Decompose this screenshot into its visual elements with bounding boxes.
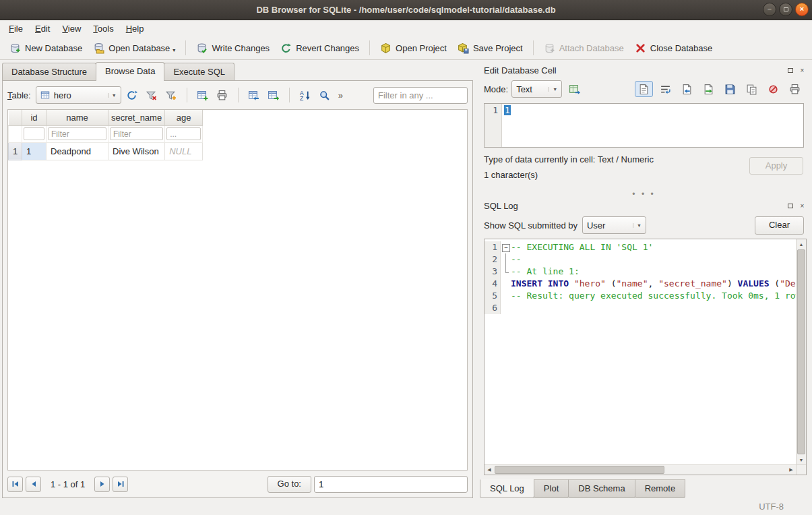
close-button[interactable]: ×: [795, 3, 809, 16]
goto-button[interactable]: Go to:: [268, 476, 311, 493]
dock-tab-db-schema[interactable]: DB Schema: [568, 479, 635, 498]
clear-log-button[interactable]: Clear: [755, 216, 804, 235]
grid-header-row: id name secret_name age: [9, 110, 203, 125]
tab-execute-sql[interactable]: Execute SQL: [164, 63, 235, 80]
row-header[interactable]: 1: [9, 142, 22, 160]
goto-input[interactable]: [314, 476, 468, 493]
new-record-button[interactable]: [194, 87, 212, 103]
refresh-button[interactable]: [123, 87, 141, 103]
fold-guide: [501, 266, 511, 278]
vertical-splitter[interactable]: [473, 62, 478, 498]
text-mode-button[interactable]: [635, 81, 653, 97]
float-dock-icon[interactable]: [786, 66, 794, 75]
import-file-icon: [681, 84, 693, 95]
new-database-button[interactable]: New Database: [4, 39, 88, 57]
menu-edit[interactable]: Edit: [29, 22, 56, 36]
tab-browse-data[interactable]: Browse Data: [96, 62, 164, 81]
open-database-button[interactable]: Open Database ▾: [88, 39, 181, 57]
fold-marker-icon[interactable]: [501, 241, 511, 253]
clear-filters-button[interactable]: [143, 87, 160, 103]
table-selector[interactable]: hero ▼: [36, 86, 121, 104]
dock-tab-remote[interactable]: Remote: [635, 479, 686, 498]
horizontal-scrollbar[interactable]: ◀ ▶: [485, 464, 796, 475]
close-dock-icon[interactable]: ×: [798, 66, 807, 75]
print-cell-button[interactable]: [786, 81, 804, 97]
save-filter-button[interactable]: [162, 87, 180, 103]
fold-guide: [501, 253, 511, 266]
log-line-number: 5: [485, 290, 501, 302]
word-wrap-icon: [660, 84, 671, 95]
last-record-button[interactable]: [113, 477, 128, 492]
next-record-button[interactable]: [94, 477, 110, 492]
close-dock-icon[interactable]: ×: [798, 202, 807, 210]
save-as-button[interactable]: [721, 81, 739, 97]
sql-source-selector[interactable]: User ▼: [582, 216, 646, 234]
import-file-button[interactable]: [678, 81, 696, 97]
filter-input-name[interactable]: [48, 127, 106, 140]
scrollbar-thumb[interactable]: [797, 249, 805, 454]
cell-age[interactable]: NULL: [165, 142, 203, 160]
column-header-secret-name[interactable]: secret_name: [108, 110, 165, 125]
menu-view[interactable]: View: [56, 22, 87, 36]
column-header-id[interactable]: id: [22, 110, 46, 125]
filter-any-input[interactable]: [373, 87, 468, 104]
copy-button[interactable]: [743, 81, 761, 97]
filter-input-age[interactable]: [166, 127, 201, 140]
record-navigation: 1 - 1 of 1 Go to:: [7, 475, 468, 493]
log-line-number: 3: [485, 266, 501, 278]
dock-tab-sql-log[interactable]: SQL Log: [480, 479, 534, 498]
column-header-name[interactable]: name: [46, 110, 108, 125]
cell-id[interactable]: 1: [22, 142, 46, 160]
column-header-age[interactable]: age: [165, 110, 203, 125]
scroll-up-icon[interactable]: ▲: [797, 239, 806, 249]
scroll-left-icon[interactable]: ◀: [485, 465, 494, 475]
print-records-button[interactable]: [214, 87, 231, 103]
menu-tools[interactable]: Tools: [87, 22, 119, 36]
revert-changes-button[interactable]: Revert Changes: [275, 39, 365, 57]
toolbar-overflow-chevron[interactable]: »: [336, 90, 346, 100]
maximize-button[interactable]: [779, 3, 792, 16]
find-in-table-button[interactable]: [316, 87, 334, 103]
filter-input-id[interactable]: [24, 127, 44, 140]
cell-secret-name[interactable]: Dive Wilson: [108, 142, 165, 160]
open-project-button[interactable]: Open Project: [375, 39, 452, 57]
previous-record-button[interactable]: [26, 477, 41, 492]
open-preview-button[interactable]: [565, 81, 584, 97]
cell-editor[interactable]: 1 1: [484, 103, 804, 148]
browse-toolbar-separator: [289, 88, 290, 102]
close-database-button[interactable]: Close Database: [629, 39, 718, 57]
mode-selector[interactable]: Text ▼: [511, 80, 562, 98]
write-changes-button[interactable]: Write Changes: [191, 39, 275, 57]
grid-corner-cell[interactable]: [9, 110, 22, 125]
menu-file[interactable]: File: [3, 22, 29, 36]
cell-editor-text[interactable]: 1: [504, 105, 511, 115]
log-line-text: -- Result: query executed successfully. …: [511, 290, 796, 302]
titlebar[interactable]: DB Browser for SQLite - /home/user/code/…: [0, 0, 812, 20]
cell-name[interactable]: Deadpond: [46, 142, 108, 160]
import-table-button[interactable]: [245, 87, 263, 103]
sort-records-button[interactable]: AZ: [296, 87, 314, 103]
menu-help[interactable]: Help: [120, 22, 150, 36]
word-wrap-button[interactable]: [656, 81, 675, 97]
tab-database-structure[interactable]: Database Structure: [2, 63, 96, 80]
vertical-scrollbar[interactable]: ▲ ▼: [796, 239, 806, 464]
scroll-down-icon[interactable]: ▼: [797, 455, 806, 464]
save-project-button[interactable]: Save Project: [452, 39, 528, 57]
open-database-dropdown-icon[interactable]: ▾: [173, 47, 175, 53]
text-mode-icon: [638, 84, 650, 95]
filter-input-secret-name[interactable]: [110, 127, 163, 140]
export-table-button[interactable]: [265, 87, 282, 103]
minimize-button[interactable]: −: [763, 3, 776, 16]
filter-corner-cell: [9, 125, 22, 142]
float-dock-icon[interactable]: [786, 202, 794, 210]
horizontal-splitter[interactable]: • • •: [478, 191, 809, 198]
scrollbar-thumb[interactable]: [495, 466, 664, 474]
export-file-button[interactable]: [699, 81, 718, 97]
statusbar: UTF-8: [0, 498, 812, 515]
set-null-button[interactable]: [764, 81, 782, 97]
dock-tab-plot[interactable]: Plot: [534, 479, 569, 498]
first-record-button[interactable]: [7, 477, 23, 492]
scrollbar-corner: [796, 464, 806, 475]
scroll-right-icon[interactable]: ▶: [786, 465, 796, 475]
browse-toolbar-separator: [238, 88, 239, 102]
